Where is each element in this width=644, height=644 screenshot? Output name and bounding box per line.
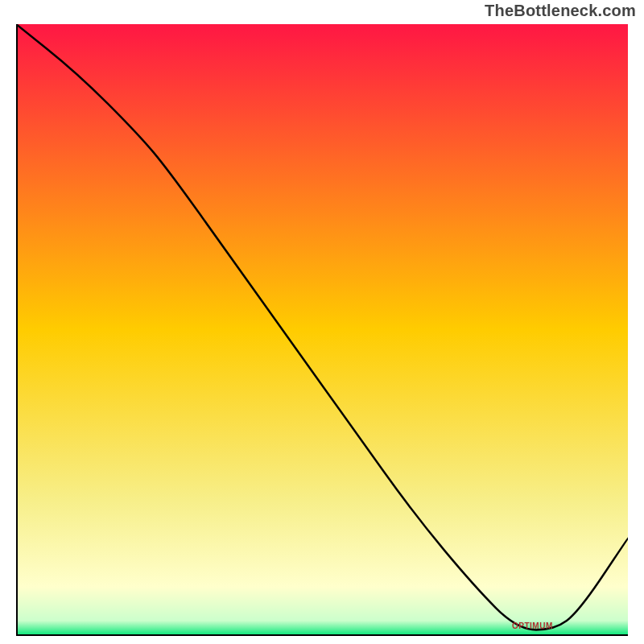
chart-axes — [16, 24, 628, 636]
chart-background-gradient — [16, 24, 628, 636]
chart-container: TheBottleneck.com OPTIMUM — [0, 0, 644, 644]
optimum-marker-label: OPTIMUM — [512, 621, 553, 630]
watermark-text: TheBottleneck.com — [485, 2, 636, 20]
chart-svg — [16, 24, 628, 636]
